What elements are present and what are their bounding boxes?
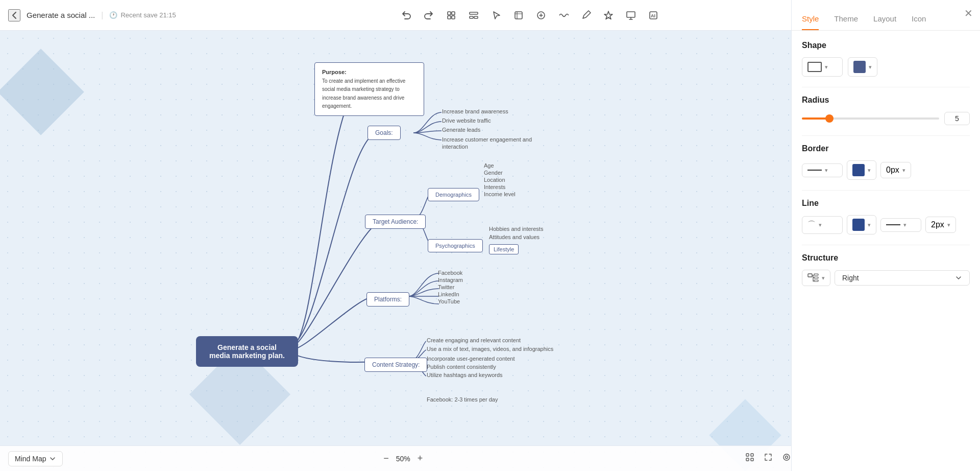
leaf-hobbies: Hobbies and interests	[489, 226, 543, 232]
leaf-content-mix: Use a mix of text, images, videos, and i…	[427, 345, 553, 352]
structure-icon-selector[interactable]: ▾	[802, 270, 830, 286]
map-type-selector[interactable]: Mind Map	[8, 451, 63, 466]
border-px-selector[interactable]: 0px ▾	[880, 162, 911, 178]
target-audience-node[interactable]: Target Audience:	[365, 215, 426, 229]
tab-style[interactable]: Style	[802, 14, 819, 30]
leaf-website-traffic: Drive website traffic	[442, 117, 491, 124]
radius-slider[interactable]	[802, 117, 939, 120]
panel-body: Shape ▾ ▾ Radius 5	[792, 31, 980, 471]
line-section-title: Line	[802, 199, 970, 208]
radius-value[interactable]: 5	[944, 112, 970, 125]
svg-rect-12	[746, 454, 749, 456]
border-line-chevron-icon: ▾	[825, 167, 828, 174]
line-section: Line ⌒ ▾ ▾ ▾ 2px ▾	[802, 199, 970, 234]
leaf-generate-leads: Generate leads	[442, 127, 480, 133]
clock-icon: 🕐	[109, 11, 117, 19]
present-button[interactable]	[622, 6, 640, 25]
document-title: Generate a social ...	[27, 11, 95, 19]
svg-rect-18	[808, 274, 812, 277]
leaf-twitter: Twitter	[438, 284, 454, 290]
direction-selector[interactable]: Right	[835, 270, 970, 286]
divider-4	[802, 245, 970, 245]
plus-button[interactable]	[532, 6, 550, 25]
border-line-preview	[807, 170, 822, 171]
select-button[interactable]	[442, 6, 460, 25]
bottom-icons	[743, 451, 793, 466]
svg-rect-2	[452, 12, 455, 15]
panel-close-button[interactable]: ✕	[964, 7, 973, 19]
svg-rect-6	[474, 16, 478, 18]
platforms-label: Platforms:	[374, 296, 402, 303]
svg-rect-20	[814, 277, 818, 278]
svg-rect-14	[746, 458, 749, 461]
line-style-selector[interactable]: ▾	[880, 218, 921, 232]
shape-color-selector[interactable]: ▾	[848, 57, 877, 77]
line-width-selector[interactable]: 2px ▾	[925, 217, 956, 233]
wave-button[interactable]	[554, 6, 573, 25]
border-color-selector[interactable]: ▾	[847, 160, 876, 180]
map-type-chevron-icon	[49, 455, 56, 462]
pen-button[interactable]	[577, 6, 595, 25]
arrow-preview: ⌒	[807, 220, 816, 230]
leaf-hashtags: Utilize hashtags and keywords	[427, 372, 503, 378]
border-section-title: Border	[802, 144, 970, 153]
line-arrow-selector[interactable]: ⌒ ▾	[802, 216, 843, 234]
svg-rect-1	[448, 16, 451, 19]
line-color-swatch	[852, 219, 865, 231]
content-strategy-node[interactable]: Content Strategy:	[364, 358, 427, 372]
shape-preview-rect	[807, 62, 822, 72]
frame-button[interactable]	[509, 6, 528, 25]
structure-icon-chevron: ▾	[822, 275, 825, 281]
star-button[interactable]	[599, 6, 618, 25]
leaf-facebook: Facebook	[438, 270, 462, 276]
radius-slider-thumb[interactable]	[825, 114, 834, 123]
redo-button[interactable]	[420, 6, 438, 25]
undo-button[interactable]	[397, 6, 415, 25]
layout-button[interactable]	[464, 6, 483, 25]
svg-rect-5	[470, 16, 473, 18]
ai-button[interactable]: AI	[644, 6, 663, 25]
line-style-chevron-icon: ▾	[903, 222, 906, 228]
line-color-selector[interactable]: ▾	[847, 215, 876, 234]
zoom-level: 50%	[396, 455, 410, 463]
fit-button[interactable]	[743, 451, 756, 466]
back-button[interactable]	[8, 9, 20, 21]
svg-rect-21	[814, 280, 818, 281]
right-panel: ✕ Style Theme Layout Icon Shape ▾ ▾	[791, 0, 980, 471]
svg-rect-7	[515, 12, 522, 19]
demographics-node[interactable]: Demographics	[428, 188, 479, 201]
tab-icon[interactable]: Icon	[912, 14, 926, 30]
fullscreen-button[interactable]	[762, 451, 775, 466]
structure-section: Structure ▾ Right	[802, 253, 970, 286]
tab-theme[interactable]: Theme	[834, 14, 858, 30]
svg-rect-13	[751, 454, 753, 456]
zoom-in-button[interactable]: +	[414, 452, 426, 465]
shape-row: ▾ ▾	[802, 57, 970, 77]
tab-layout[interactable]: Layout	[873, 14, 896, 30]
toolbar-center: AI	[184, 6, 875, 25]
content-strategy-label: Content Strategy:	[372, 361, 420, 368]
toolbar-left: Generate a social ... | 🕐 Recent save 21…	[0, 9, 184, 21]
direction-chevron-icon	[955, 274, 962, 281]
demographics-label: Demographics	[435, 192, 472, 198]
lifestyle-label: Lifestyle	[494, 246, 514, 252]
psychographics-node[interactable]: Psychographics	[428, 239, 483, 252]
pointer-button[interactable]	[487, 6, 505, 25]
svg-rect-9	[627, 12, 635, 17]
leaf-interests: Interests	[484, 184, 505, 190]
canvas-area[interactable]: Generate a social media marketing plan. …	[0, 31, 801, 471]
goals-node[interactable]: Goals:	[368, 126, 401, 140]
line-style-preview	[886, 224, 900, 225]
border-px-value: 0px	[886, 166, 899, 175]
leaf-instagram: Instagram	[438, 277, 463, 283]
zoom-controls: − 50% +	[380, 452, 426, 465]
shape-type-selector[interactable]: ▾	[802, 57, 843, 77]
leaf-lifestyle[interactable]: Lifestyle	[489, 244, 519, 254]
svg-rect-4	[470, 12, 478, 14]
platforms-node[interactable]: Platforms:	[366, 292, 409, 307]
border-line-style-selector[interactable]: ▾	[802, 163, 843, 177]
purpose-text: To create and implement an effective soc…	[322, 78, 405, 109]
zoom-out-button[interactable]: −	[380, 452, 392, 465]
root-node[interactable]: Generate a social media marketing plan.	[196, 336, 298, 367]
purpose-node[interactable]: Purpose: To create and implement an effe…	[314, 62, 424, 116]
